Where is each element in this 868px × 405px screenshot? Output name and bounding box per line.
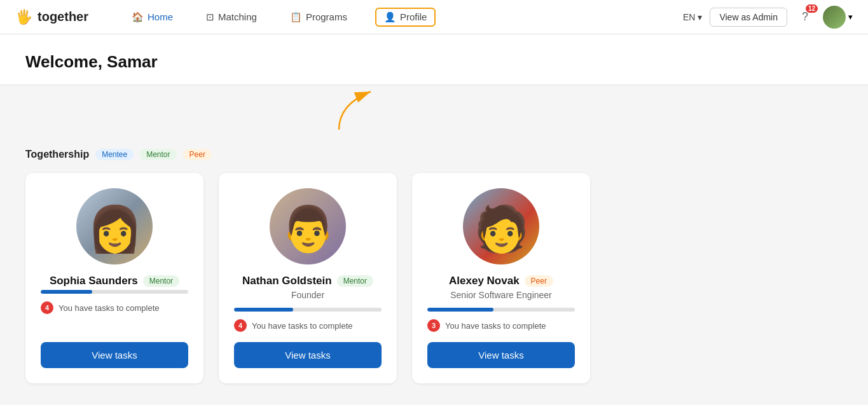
task-badge-nathan: 4 [234,319,247,332]
view-as-admin-button[interactable]: View as Admin [710,8,787,27]
card-sophia: Sophia Saunders Mentor 4 You have tasks … [25,173,203,383]
card-role-sophia: Mentor [143,275,179,287]
task-row-alexey: 3 You have tasks to complete [427,319,575,332]
task-text-sophia: You have tasks to complete [59,303,160,313]
header: 🖐 together 🏠 Home ⊡ Matching 📋 Programs … [0,0,868,34]
progress-fill-nathan [234,308,293,312]
welcome-section: Welcome, Samar [0,34,868,85]
badge-peer: Peer [183,149,212,160]
avatar-sophia [76,188,153,264]
view-tasks-sophia[interactable]: View tasks [41,342,188,368]
nav-profile[interactable]: 👤 Profile [375,8,436,27]
task-text-alexey: You have tasks to complete [445,321,546,331]
task-row-nathan: 4 You have tasks to complete [234,319,382,332]
task-row-sophia: 4 You have tasks to complete [41,301,188,314]
card-name-row-nathan: Nathan Goldstein Mentor [242,275,373,287]
matching-icon: ⊡ [206,11,214,23]
logo-text: together [38,10,88,24]
section-title: Togethership [25,149,89,160]
cards-row: Sophia Saunders Mentor 4 You have tasks … [25,173,843,383]
arrow-annotation [275,85,403,136]
badge-mentor: Mentor [140,149,176,160]
user-avatar [823,6,846,29]
card-role-nathan: Mentor [337,275,373,287]
card-alexey: Alexey Novak Peer Senior Software Engine… [412,173,590,383]
programs-icon: 📋 [290,11,302,23]
card-name-sophia: Sophia Saunders [50,275,138,287]
card-name-alexey: Alexey Novak [449,275,520,287]
card-name-row-alexey: Alexey Novak Peer [449,275,553,287]
nav: 🏠 Home ⊡ Matching 📋 Programs 👤 Profile [127,8,683,27]
card-name-row-sophia: Sophia Saunders Mentor [50,275,179,287]
cards-section: Togethership Mentee Mentor Peer Sophia S… [0,136,868,405]
user-avatar-button[interactable]: ▾ [823,6,853,29]
chevron-down-icon-user: ▾ [848,12,853,22]
welcome-heading: Welcome, Samar [25,52,843,72]
header-right: EN ▾ View as Admin ? 12 ▾ [683,6,853,29]
nav-programs[interactable]: 📋 Programs [285,9,352,25]
task-badge-alexey: 3 [427,319,440,332]
progress-fill-sophia [41,290,92,294]
card-name-nathan: Nathan Goldstein [242,275,332,287]
progress-bar-nathan [234,308,382,312]
avatar-nathan [270,188,346,264]
lang-label: EN [683,12,695,22]
view-tasks-alexey[interactable]: View tasks [427,342,575,368]
annotation-container [0,85,868,136]
progress-bar-alexey [427,308,575,312]
card-nathan: Nathan Goldstein Mentor Founder 4 You ha… [219,173,397,383]
profile-icon: 👤 [384,11,396,23]
language-selector[interactable]: EN ▾ [683,12,702,22]
nav-home[interactable]: 🏠 Home [127,9,178,25]
card-role-alexey: Peer [525,275,553,287]
notification-badge: 12 [806,4,818,13]
logo[interactable]: 🖐 together [15,9,88,25]
card-subtitle-alexey: Senior Software Engineer [450,290,552,300]
logo-icon: 🖐 [15,9,32,25]
section-header: Togethership Mentee Mentor Peer [25,149,843,160]
task-badge-sophia: 4 [41,301,53,314]
progress-bar-sophia [41,290,188,294]
home-icon: 🏠 [132,11,144,23]
card-subtitle-nathan: Founder [291,290,324,300]
notifications-button[interactable]: ? 12 [795,7,815,27]
chevron-down-icon: ▾ [698,12,702,22]
badge-mentee: Mentee [95,149,134,160]
progress-fill-alexey [427,308,493,312]
nav-matching[interactable]: ⊡ Matching [201,9,262,25]
view-tasks-nathan[interactable]: View tasks [234,342,382,368]
avatar-alexey [463,188,539,264]
task-text-nathan: You have tasks to complete [252,321,353,331]
